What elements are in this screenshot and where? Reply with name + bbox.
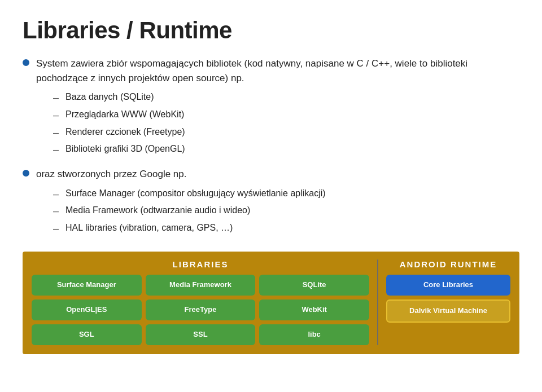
page-title: Libraries / Runtime [23,17,519,44]
lib-btn-opengl[interactable]: OpenGL|ES [32,299,142,320]
runtime-btn-core-libraries[interactable]: Core Libraries [386,275,510,296]
dash-icon: – [53,142,62,158]
libraries-title: Libraries [32,259,369,269]
dash-icon: – [53,107,62,124]
sub-item-2-2: –Media Framework (odtwarzanie audio i wi… [53,203,326,219]
sub-item-1-2: –Przeglądarka WWW (WebKit) [53,107,519,124]
bullet-text-1: System zawiera zbiór wspomagających bibl… [36,58,467,83]
sub-item-1-4: –Biblioteki grafiki 3D (OpenGL) [53,142,519,158]
lib-btn-surface-manager[interactable]: Surface Manager [32,275,142,296]
dash-icon: – [53,203,62,219]
runtime-grid: Core Libraries Dalvik Virtual Machine [386,275,510,323]
bullet-dot-2 [23,170,29,177]
bullet-text-2: oraz stworzonych przez Google np. [36,169,186,179]
android-runtime-title: Android Runtime [386,259,510,269]
lib-btn-ssl[interactable]: SSL [146,324,256,345]
lib-btn-sqlite[interactable]: SQLite [259,275,369,296]
sub-item-1-3: –Renderer czcionek (Freetype) [53,125,519,141]
lib-btn-sgl[interactable]: SGL [32,324,142,345]
main-bullet-list: System zawiera zbiór wspomagających bibl… [23,56,519,241]
dash-icon: – [53,186,62,202]
libraries-section: Libraries Surface Manager Media Framewor… [32,259,369,345]
android-runtime-section: Android Runtime Core Libraries Dalvik Vi… [386,259,510,345]
sub-list-2: –Surface Manager (compositor obsługujący… [53,186,326,237]
dash-icon: – [53,90,62,106]
libraries-grid: Surface Manager Media Framework SQLite O… [32,275,369,345]
lib-btn-webkit[interactable]: WebKit [259,299,369,320]
dash-icon: – [53,221,62,237]
sub-item-1-1: –Baza danych (SQLite) [53,90,519,106]
bullet-item-2: oraz stworzonych przez Google np. –Surfa… [23,167,519,241]
runtime-btn-dalvik[interactable]: Dalvik Virtual Machine [386,299,510,323]
sub-item-2-3: –HAL libraries (vibration, camera, GPS, … [53,221,326,237]
lib-btn-freetype[interactable]: FreeType [146,299,256,320]
sub-item-2-1: –Surface Manager (compositor obsługujący… [53,186,326,202]
diagram-divider [377,259,378,345]
diagram-container: Libraries Surface Manager Media Framewor… [23,252,519,354]
bullet-item-1: System zawiera zbiór wspomagających bibl… [23,56,519,162]
dash-icon: – [53,125,62,141]
sub-list-1: –Baza danych (SQLite) –Przeglądarka WWW … [53,90,519,158]
lib-btn-libc[interactable]: libc [259,324,369,345]
lib-btn-media-framework[interactable]: Media Framework [146,275,256,296]
bullet-dot-1 [23,59,29,66]
